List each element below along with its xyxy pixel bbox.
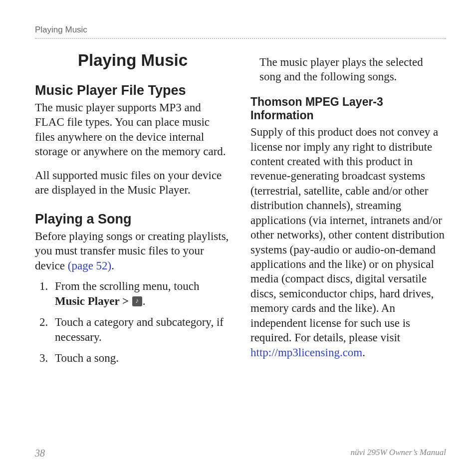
page-footer: 38 nüvi 295W Owner’s Manual: [35, 448, 446, 459]
body-paragraph: The music player plays the selected song…: [259, 55, 446, 84]
body-paragraph: All supported music files on your device…: [35, 168, 231, 198]
external-link[interactable]: http://mp3licensing.com: [250, 346, 362, 359]
steps-list: From the scrolling menu, touch Music Pla…: [35, 279, 231, 365]
manual-title: nüvi 295W Owner’s Manual: [350, 448, 446, 459]
chapter-title: Playing Music: [35, 51, 231, 70]
text: .: [143, 295, 146, 307]
text: .: [111, 259, 114, 272]
running-head: Playing Music: [35, 25, 446, 39]
list-item: Touch a song.: [51, 351, 231, 366]
body-paragraph: Supply of this product does not convey a…: [250, 125, 446, 360]
section-title-file-types: Music Player File Types: [35, 83, 231, 98]
menu-path: Music Player >: [55, 295, 132, 307]
list-item: From the scrolling menu, touch Music Pla…: [51, 279, 231, 309]
text: Before playing songs or creating playlis…: [35, 230, 229, 272]
column-right: The music player plays the selected song…: [250, 51, 446, 365]
subsection-title-thomson: Thomson MPEG Layer-3 Information: [250, 95, 446, 123]
page-reference-link[interactable]: (page 52): [68, 259, 112, 272]
text: Supply of this product does not convey a…: [250, 126, 445, 344]
column-left: Playing Music Music Player File Types Th…: [35, 51, 231, 365]
text: From the scrolling menu, touch: [55, 280, 199, 292]
music-player-icon: [132, 296, 142, 306]
body-paragraph: The music player supports MP3 and FLAC f…: [35, 100, 231, 159]
page-number: 38: [35, 448, 45, 459]
page-body: Playing Music Music Player File Types Th…: [35, 51, 446, 365]
section-title-playing-song: Playing a Song: [35, 212, 231, 227]
body-paragraph: Before playing songs or creating playlis…: [35, 229, 231, 273]
list-item: Touch a category and subcategory, if nec…: [51, 315, 231, 345]
text: .: [362, 346, 365, 359]
